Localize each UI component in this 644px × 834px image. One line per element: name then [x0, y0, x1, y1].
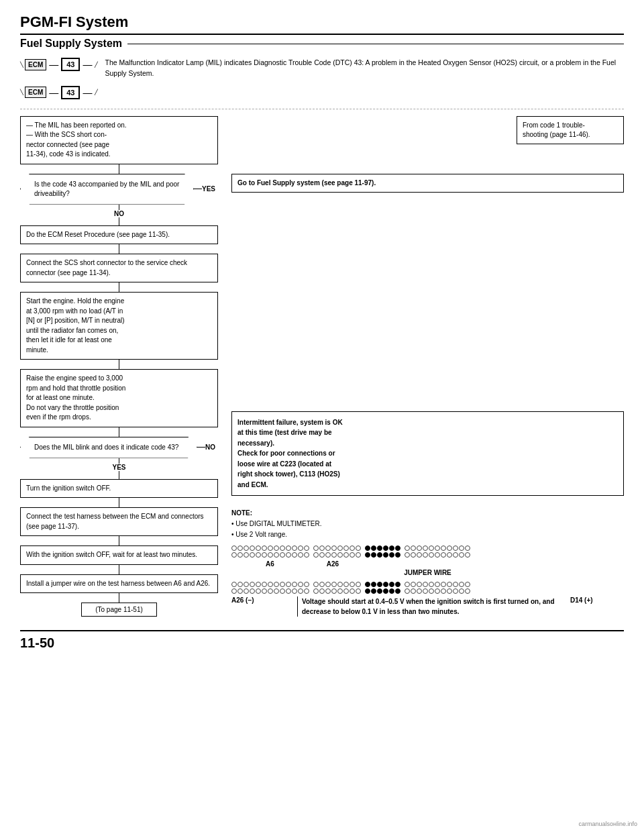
- connector-7: [119, 471, 119, 479]
- connector-8: [119, 498, 119, 507]
- yes-destination-box: Go to Fuel Supply system (see page 11-97…: [231, 174, 624, 193]
- connector-row-2: [231, 552, 624, 558]
- page-title: PGM-FI System: [20, 13, 624, 31]
- flow-box-2: Do the ECM Reset Procedure (see page 11-…: [20, 225, 218, 245]
- from-code-box: From code 1 trouble- shooting (page 11-4…: [517, 116, 624, 144]
- dtc-number-2: 43: [61, 86, 80, 99]
- fuel-supply-box: Go to Fuel Supply system (see page 11-97…: [231, 174, 624, 193]
- connector-row-4: [231, 588, 624, 594]
- voltage-info-row: A26 (−) Voltage should start at 0.4–0.5 …: [231, 596, 624, 617]
- flow-box-6: Turn the ignition switch OFF.: [20, 479, 218, 499]
- connector-3: [119, 244, 119, 254]
- no-branch-2: NO: [197, 444, 218, 451]
- no-branch-1: NO: [20, 205, 218, 217]
- flow-box-4: Start the engine. Hold the engine at 3,0…: [20, 292, 218, 360]
- intermittent-box: Intermittent failure, system is OK at th…: [231, 411, 624, 497]
- connector-row-3: [231, 582, 624, 587]
- flow-box-3: Connect the SCS short connector to the s…: [20, 254, 218, 282]
- from-code-area: From code 1 trouble- shooting (page 11-4…: [231, 116, 624, 144]
- connector-diagram-2: A26 (−) Voltage should start at 0.4–0.5 …: [231, 582, 624, 617]
- jumper-wire-label: JUMPER WIRE: [231, 569, 624, 576]
- connector-11: [119, 593, 119, 603]
- yes-branch-2: YES: [20, 458, 218, 471]
- connector-2: [119, 217, 119, 225]
- flow-box-7: Connect the test harness between the ECM…: [20, 507, 218, 536]
- diamond-2-container: Does the MIL blink and does it indicate …: [20, 437, 218, 471]
- to-page-label: (To page 11-51): [81, 603, 157, 617]
- connector-10: [119, 565, 119, 574]
- diamond-1-container: Is the code 43 accompanied by the MIL an…: [20, 174, 218, 217]
- connector-1: [119, 164, 119, 174]
- note-section: NOTE: • Use DIGITAL MULTIMETER. • Use 2 …: [231, 508, 624, 540]
- diamond-2: Does the MIL blink and does it indicate …: [20, 437, 197, 458]
- page-number: 11-50: [20, 630, 624, 651]
- watermark: carmanualsонline.info: [578, 821, 637, 827]
- connector-row-1: [231, 545, 470, 551]
- diamond-1: Is the code 43 accompanied by the MIL an…: [20, 174, 194, 205]
- connector-5: [119, 360, 119, 369]
- spacer-1: [231, 198, 624, 411]
- flow-box-9: Install a jumper wire on the test harnes…: [20, 574, 218, 594]
- mil-description: The Malfunction Indicator Lamp (MIL) ind…: [105, 58, 624, 79]
- mil-symbol-row1: ╲ ECM — 43 — ╱: [20, 58, 98, 71]
- dtc-number: 43: [61, 58, 80, 71]
- connector-6: [119, 427, 119, 437]
- connector-diagram-1: A6 A26 JUMPER WIRE: [231, 545, 624, 582]
- flowchart-left: — The MIL has been reported on. — With t…: [20, 116, 218, 617]
- mil-symbol-row2: ╲ ECM — 43 — ╱: [20, 86, 98, 99]
- flow-box-5: Raise the engine speed to 3,000 rpm and …: [20, 369, 218, 427]
- section-title: Fuel Supply System: [20, 38, 122, 50]
- flow-box-1: — The MIL has been reported on. — With t…: [20, 116, 218, 164]
- connector-9: [119, 536, 119, 545]
- ecm-icon-2: ECM: [25, 87, 46, 98]
- yes-branch-1: YES: [194, 185, 218, 193]
- connector-4: [119, 282, 119, 292]
- connector-labels-1: A6 A26: [231, 560, 624, 568]
- flow-box-8: With the ignition switch OFF, wait for a…: [20, 545, 218, 565]
- ecm-icon: ECM: [25, 59, 46, 70]
- flowchart-right: From code 1 trouble- shooting (page 11-4…: [231, 116, 624, 617]
